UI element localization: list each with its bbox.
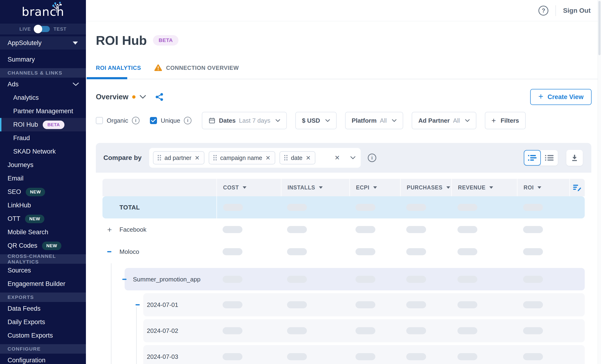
sidebar-item-journeys[interactable]: Journeys [0,158,86,172]
sidebar-item-seo[interactable]: SEO NEW [0,185,86,199]
info-circle-icon[interactable]: i [132,117,140,124]
ad-partner-dropdown[interactable]: Ad Partner All [412,112,476,129]
download-icon [571,154,578,162]
table-row-summer-promotion-app[interactable]: Summer_promotion_app [102,268,585,290]
view-name[interactable]: Overview [96,93,128,101]
sidebar-item-data-feeds[interactable]: Data Feeds [0,302,86,315]
active-indicator-bar [0,118,1,131]
expand-button[interactable]: + [107,226,112,234]
tab-connection-overview[interactable]: CONNECTION OVERVIEW [154,61,239,79]
scrollbar-thumb[interactable] [598,1,601,55]
sidebar-item-partner-management[interactable]: Partner Management [0,105,86,118]
collapse-button[interactable] [107,251,111,252]
branch-logo[interactable]: branch [0,0,86,24]
sidebar-item-sources[interactable]: Sources [0,264,86,277]
share-icon[interactable] [155,92,164,101]
column-header-installs[interactable]: INSTALLS [281,179,349,196]
list-view-button[interactable] [541,150,558,166]
tab-bar: ROI ANALYTICS CONNECTION OVERVIEW [86,61,601,79]
table-row-facebook[interactable]: + Facebook [102,218,585,241]
calendar-icon [209,117,216,124]
workspace-selector[interactable]: AppSolutely [0,36,86,49]
chevron-down-icon[interactable] [140,95,146,99]
sidebar-item-analytics[interactable]: Analytics [0,91,86,105]
table-row-2024-07-03[interactable]: 2024-07-03 [102,345,585,364]
help-icon[interactable]: ? [539,6,548,16]
loading-pill [223,353,242,360]
loading-pill [355,301,375,308]
info-circle-icon[interactable]: i [368,154,376,162]
column-header-ecpi[interactable]: ECPI [349,179,400,196]
sidebar-item-ads[interactable]: Ads [0,78,86,91]
currency-dropdown[interactable]: $ USD [295,112,337,129]
add-filters-button[interactable]: + Filters [485,112,526,129]
column-header-revenue[interactable]: REVENUE [451,179,517,196]
info-circle-icon[interactable]: i [184,117,191,124]
sidebar-item-email[interactable]: Email [0,172,86,185]
new-badge: NEW [42,242,61,250]
unique-filter: Unique i [150,117,191,124]
drag-handle-icon[interactable] [213,155,217,161]
sidebar-item-qr-codes[interactable]: QR Codes NEW [0,239,86,252]
close-icon[interactable]: ✕ [306,155,311,161]
chip-date[interactable]: date ✕ [280,151,316,164]
sidebar-item-engagement-builder[interactable]: Engagement Builder [0,277,86,291]
sidebar-item-linkhub[interactable]: LinkHub [0,199,86,212]
column-header-roi[interactable]: ROI [517,179,569,196]
collapse-button[interactable] [136,304,140,305]
filter-bar: Organic i Unique i Dates Last 7 days $ U… [86,112,601,129]
close-icon[interactable]: ✕ [266,155,270,161]
chip-campaign-name[interactable]: campaign name ✕ [209,151,275,164]
sidebar-item-summary[interactable]: Summary [0,53,86,66]
organic-checkbox[interactable] [96,117,103,124]
sign-out-button[interactable]: Sign Out [563,7,591,14]
sidebar-item-mobile-search[interactable]: Mobile Search [0,226,86,239]
chip-ad-partner[interactable]: ad partner ✕ [153,151,204,164]
sidebar-item-fraud[interactable]: Fraud [0,131,86,145]
sidebar-item-custom-exports[interactable]: Custom Exports [0,329,86,342]
test-label: TEST [54,26,67,32]
dates-dropdown[interactable]: Dates Last 7 days [202,112,287,129]
platform-dropdown[interactable]: Platform All [345,112,403,129]
close-icon[interactable]: ✕ [195,155,200,161]
sidebar-item-skad-network[interactable]: SKAD Network [0,145,86,158]
tab-roi-analytics[interactable]: ROI ANALYTICS [96,61,141,79]
compare-by-label: Compare by [103,154,142,162]
roi-table: COST INSTALLS ECPI PURCHASES REVENUE ROI [96,173,591,364]
drag-handle-icon[interactable] [158,155,161,161]
compare-by-input[interactable]: ad partner ✕ campaign name ✕ date ✕ ✕ [149,148,361,168]
loading-pill [355,353,375,360]
list-view-icon [545,155,553,161]
edit-columns-button[interactable] [569,179,585,196]
drag-handle-icon[interactable] [284,155,288,161]
sidebar-item-roi-hub[interactable]: ROI Hub BETA [0,118,86,131]
sidebar-item-ott[interactable]: OTT NEW [0,212,86,226]
branch-sprig-icon [50,2,64,13]
loading-pill [523,204,543,211]
view-mode-toggle [524,150,558,166]
loading-pill [523,353,543,360]
sidebar-item-daily-exports[interactable]: Daily Exports [0,315,86,329]
table-row-moloco[interactable]: Moloco [102,241,585,263]
loading-pill [355,276,375,283]
sidebar-item-configuration[interactable]: Configuration [0,354,86,364]
sort-caret-icon [489,186,493,189]
edit-columns-icon [573,184,582,191]
chevron-down-icon[interactable] [350,156,355,159]
clear-all-icon[interactable]: ✕ [334,154,340,162]
column-header-cost[interactable]: COST [216,179,281,196]
page-scrollbar[interactable] [598,0,601,364]
create-view-button[interactable]: + Create View [530,89,591,105]
table-row-2024-07-01[interactable]: 2024-07-01 [102,293,585,316]
live-test-toggle[interactable] [35,26,50,32]
tree-view-button[interactable] [524,150,541,166]
column-header-purchases[interactable]: PURCHASES [400,179,451,196]
loading-pill [223,276,242,283]
toggle-knob[interactable] [34,25,42,33]
table-row-2024-07-02[interactable]: 2024-07-02 [102,319,585,342]
collapse-button[interactable] [122,279,127,280]
loading-pill [223,204,243,211]
loading-pill [406,226,426,233]
download-button[interactable] [566,150,583,166]
unique-checkbox[interactable] [150,117,157,124]
